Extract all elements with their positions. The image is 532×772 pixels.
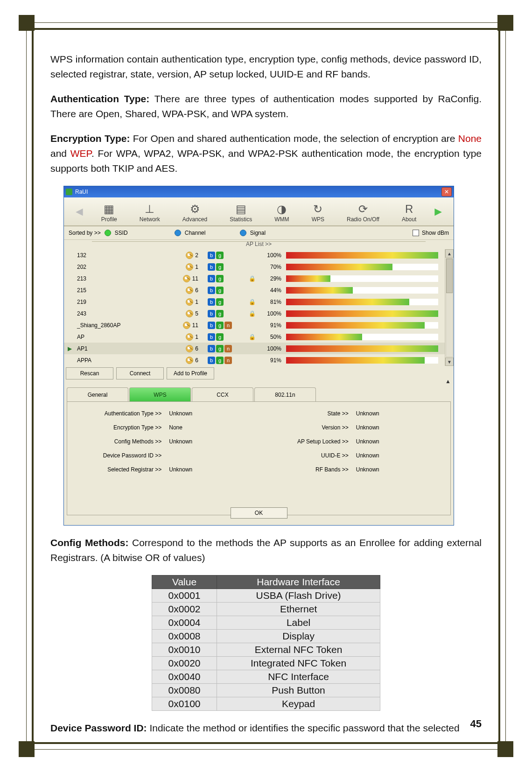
lock-icon: 🔒 [245, 334, 259, 340]
ap-row[interactable]: AP1bg🔒50% [64, 331, 445, 343]
ap-row[interactable]: ▶AP16bgn100% [64, 343, 445, 354]
ap-signal-pct: 100% [259, 345, 286, 352]
toolbar-radio-on-off[interactable]: ⟳Radio On/Off [347, 203, 379, 223]
ap-modes: bg [198, 310, 245, 317]
ap-list[interactable]: 1322bg100%2021bg70%21311bg🔒29%2156bg44%2… [64, 249, 445, 366]
cm-value: 0x0004 [152, 616, 217, 630]
mode-g-icon: g [216, 322, 224, 329]
wps-field: Authentication Type >>Unknown [72, 410, 259, 424]
ap-list-scrollbar[interactable]: ▲ ▼ [445, 249, 454, 366]
nav-prev-icon[interactable]: ◄ [69, 204, 90, 219]
tab-80211n[interactable]: 802.11n [254, 387, 316, 401]
close-button[interactable]: ✕ [441, 187, 452, 197]
toolbar-icon: ▦ [101, 203, 117, 215]
cm-value: 0x0001 [152, 589, 217, 603]
ap-row[interactable]: 2021bg70% [64, 261, 445, 273]
ap-modes: bg [198, 263, 245, 271]
add-to-profile-button[interactable]: Add to Profile [167, 367, 214, 379]
ap-signal-pct: 91% [259, 357, 286, 364]
ap-modes: bg [198, 298, 245, 306]
tab-wps[interactable]: WPS [129, 387, 191, 401]
show-dbm-checkbox[interactable] [413, 230, 419, 236]
toolbar-wps[interactable]: ↻WPS [312, 203, 324, 223]
sort-signal-label[interactable]: Signal [250, 230, 266, 236]
toolbar-profile[interactable]: ▦Profile [101, 203, 117, 223]
rescan-button[interactable]: Rescan [66, 367, 113, 379]
ap-signal-bar [286, 357, 438, 364]
cm-value: 0x0020 [152, 657, 217, 670]
ap-signal-bar [286, 299, 438, 305]
tab-general[interactable]: General [67, 387, 128, 401]
scroll-thumb[interactable] [446, 259, 453, 293]
wps-field-value: Unknown [352, 438, 446, 452]
toolbar-icon: ↻ [312, 203, 324, 215]
table-row: 0x0004Label [152, 616, 380, 630]
text-enc-post: . For WPA, WPA2, WPA-PSK, and WPA2-PSK a… [50, 148, 482, 174]
show-dbm-toggle[interactable]: Show dBm [413, 230, 449, 236]
ap-signal-bar [286, 264, 438, 270]
ap-modes: bg [198, 252, 245, 259]
titlebar[interactable]: RaUI ✕ [64, 186, 454, 197]
sort-channel-dot-icon[interactable] [175, 230, 181, 236]
ap-signal-bar [286, 322, 438, 329]
tab-ccx[interactable]: CCX [192, 387, 253, 401]
paragraph-encryption-type: Encryption Type: For Open and shared aut… [50, 131, 482, 176]
ap-row[interactable]: 2435bg🔒100% [64, 308, 445, 319]
toolbar-wmm[interactable]: ◑WMM [274, 203, 289, 223]
ap-row[interactable]: 21311bg🔒29% [64, 273, 445, 284]
text-enc-pre: For Open and shared authentication mode,… [130, 133, 458, 144]
toolbar-network[interactable]: ⊥Network [140, 203, 160, 223]
mode-n-icon: n [224, 345, 232, 352]
toolbar-advanced[interactable]: ⚙Advanced [182, 203, 207, 223]
mode-g-icon: g [216, 310, 224, 317]
toolbar-label: WMM [274, 216, 289, 223]
ap-row[interactable]: APPA6bgn91% [64, 354, 445, 366]
ap-modes: bgn [198, 345, 245, 352]
mode-g-icon: g [216, 252, 224, 259]
paragraph-device-password-id: Device Password ID: Indicate the method … [50, 721, 482, 736]
channel-icon [186, 298, 193, 306]
mode-n-icon: n [224, 322, 232, 329]
table-row: 0x0020Integrated NFC Token [152, 657, 380, 670]
wps-field: State >>Unknown [259, 410, 446, 424]
table-row: 0x0040NFC Interface [152, 670, 380, 684]
wps-field-value: Unknown [352, 424, 446, 438]
ap-row[interactable]: 2191bg🔒81% [64, 296, 445, 308]
app-icon [66, 189, 72, 195]
channel-icon [186, 345, 193, 352]
ap-signal-bar [286, 345, 438, 352]
connect-button[interactable]: Connect [116, 367, 164, 379]
cm-interface: NFC Interface [217, 670, 380, 684]
cm-interface: Label [217, 616, 380, 630]
toolbar-statistics[interactable]: ▤Statistics [230, 203, 252, 223]
scroll-down-icon[interactable]: ▼ [445, 358, 454, 366]
sort-ssid-dot-icon[interactable] [105, 230, 111, 236]
ap-signal-pct: 50% [259, 334, 286, 340]
ap-row[interactable]: 2156bg44% [64, 284, 445, 296]
lock-icon: 🔒 [245, 275, 259, 282]
cm-value: 0x0010 [152, 643, 217, 657]
wps-field: Selected Registrar >>Unknown [72, 466, 259, 480]
wps-field-label: State >> [259, 410, 352, 424]
toolbar-label: Radio On/Off [347, 216, 379, 223]
scroll-up-icon[interactable]: ▲ [445, 249, 454, 258]
text-device-password-id: Indicate the method or identifies the sp… [147, 723, 460, 733]
ap-row[interactable]: 1322bg100% [64, 249, 445, 261]
wps-field-value [165, 452, 259, 466]
ap-row[interactable]: _Shiang_2860AP11bgn91% [64, 319, 445, 331]
wps-field: Device Password ID >> [72, 452, 259, 466]
wps-field: AP Setup Locked >>Unknown [259, 438, 446, 452]
toolbar-about[interactable]: RAbout [402, 203, 416, 223]
ap-signal-pct: 70% [259, 264, 286, 270]
ap-channel: 6 [170, 357, 198, 364]
scroll-track[interactable] [446, 258, 453, 357]
sort-signal-dot-icon[interactable] [240, 230, 246, 236]
ok-button[interactable]: OK [231, 507, 287, 519]
mode-g-icon: g [216, 357, 224, 364]
cm-value: 0x0080 [152, 684, 217, 697]
channel-icon [183, 275, 190, 282]
nav-next-icon[interactable]: ► [427, 204, 449, 219]
sort-ssid-label[interactable]: SSID [115, 230, 171, 236]
cm-header-value: Value [152, 575, 217, 589]
sort-channel-label[interactable]: Channel [185, 230, 236, 236]
